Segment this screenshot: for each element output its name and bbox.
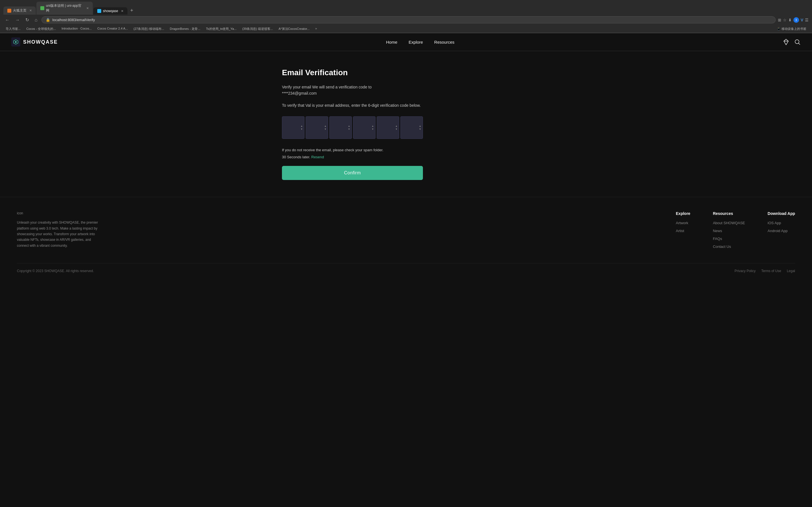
- back-button[interactable]: ←: [3, 17, 11, 23]
- footer: icon Unleash your creativity with SHOWQA…: [0, 197, 812, 281]
- footer-legal[interactable]: Legal: [787, 269, 795, 273]
- tab-close-1[interactable]: ✕: [29, 9, 32, 12]
- profile-badge[interactable]: 3: [794, 17, 799, 23]
- footer-link-news[interactable]: News: [713, 229, 722, 233]
- url-text: localhost:8083/emailVerify: [52, 18, 95, 22]
- spinner-up-6[interactable]: ▲: [418, 125, 422, 128]
- browser-nav: ← → ↻ ⌂ 🔒 localhost:8083/emailVerify ⊞ ☆…: [0, 15, 812, 25]
- spinner-up-3[interactable]: ▲: [347, 125, 351, 128]
- tab-close-2[interactable]: ✕: [86, 6, 89, 10]
- code-input-3-wrapper: ▲ ▼: [329, 116, 352, 139]
- browser-tab-2[interactable]: uni版本说明 | uni-app官网 ✕: [36, 2, 93, 15]
- footer-legal-links: Privacy Policy Terms of Use Legal: [734, 269, 795, 273]
- footer-description: Unleash your creativity with SHOWQASE, t…: [17, 220, 101, 248]
- logo-icon: [11, 38, 20, 47]
- footer-link-contact[interactable]: Contact Us: [713, 244, 731, 249]
- spinner-up-4[interactable]: ▲: [371, 125, 374, 128]
- footer-explore-links: Artwork Artist: [676, 220, 690, 233]
- mobile-bookmark[interactable]: 📱 移动设备上的书签: [774, 26, 809, 32]
- footer-link-about[interactable]: About SHOWQASE: [713, 221, 745, 225]
- code-input-5-wrapper: ▲ ▼: [377, 116, 399, 139]
- tab-close-3[interactable]: ✕: [121, 9, 123, 13]
- search-icon[interactable]: [794, 39, 801, 45]
- header-icons: [783, 39, 801, 45]
- svg-point-1: [15, 41, 17, 43]
- nav-home[interactable]: Home: [386, 40, 397, 45]
- vk-icon[interactable]: V: [801, 18, 803, 22]
- browser-tab-1[interactable]: 火狐主页 ✕: [3, 6, 36, 15]
- diamond-icon[interactable]: [783, 39, 790, 45]
- download-icon[interactable]: ⬇: [788, 18, 792, 22]
- footer-terms[interactable]: Terms of Use: [761, 269, 781, 273]
- spinner-down-1[interactable]: ▼: [300, 128, 303, 131]
- description-text: Verify your email We will send a verific…: [282, 84, 423, 97]
- forward-button[interactable]: →: [13, 17, 21, 23]
- code-input-4-wrapper: ▲ ▼: [353, 116, 375, 139]
- spinner-up-1[interactable]: ▲: [300, 125, 303, 128]
- browser-chrome: 火狐主页 ✕ uni版本说明 | uni-app官网 ✕ showqase ✕ …: [0, 0, 812, 33]
- extensions-icon[interactable]: ⊞: [778, 18, 781, 22]
- footer-brand: icon Unleash your creativity with SHOWQA…: [17, 211, 101, 252]
- footer-resources-col: Resources About SHOWQASE News FAQs Conta…: [713, 211, 745, 252]
- footer-link-android[interactable]: Android App: [768, 229, 788, 233]
- bookmark-3[interactable]: Cocos Creator 2.4 A...: [95, 26, 130, 32]
- app-header: SHOWQASE Home Explore Resources: [0, 33, 812, 51]
- spinner-down-6[interactable]: ▼: [418, 128, 422, 131]
- spinner-down-5[interactable]: ▼: [395, 128, 398, 131]
- footer-link-artist[interactable]: Artist: [676, 229, 684, 233]
- page-title: Email Verification: [282, 68, 423, 77]
- tab-label-2: uni版本说明 | uni-app官网: [46, 3, 84, 13]
- tab-favicon-3: [97, 9, 101, 13]
- browser-tabs: 火狐主页 ✕ uni版本说明 | uni-app官网 ✕ showqase ✕ …: [0, 0, 812, 15]
- resend-line: 30 Seconds later. Resend: [282, 155, 423, 159]
- tab-favicon-2: [40, 6, 44, 10]
- reload-button[interactable]: ↻: [24, 17, 31, 23]
- footer-columns: Explore Artwork Artist Resources About S…: [118, 211, 795, 252]
- bookmark-1[interactable]: Cocos - 全球领先的...: [24, 26, 58, 32]
- bookmark-6[interactable]: Ts的使用_ts使用_Ya...: [204, 26, 239, 32]
- wavy-border: [0, 50, 812, 53]
- bookmark-0[interactable]: 导入书签...: [3, 26, 23, 32]
- address-bar[interactable]: 🔒 localhost:8083/emailVerify: [42, 16, 776, 23]
- footer-resources-title: Resources: [713, 211, 745, 216]
- security-icon: 🔒: [46, 18, 50, 22]
- footer-bottom: Copyright © 2023 SHOWQASE. All rights re…: [17, 263, 795, 273]
- resend-link[interactable]: Resend: [311, 155, 324, 159]
- copyright-text: Copyright © 2023 SHOWQASE. All rights re…: [17, 269, 94, 273]
- bookmark-8[interactable]: A*算法CocosCreator...: [276, 26, 312, 32]
- footer-download-title: Download App: [768, 211, 795, 216]
- code-input-1-wrapper: ▲ ▼: [282, 116, 305, 139]
- nav-resources[interactable]: Resources: [434, 40, 455, 45]
- menu-button[interactable]: ☰: [805, 18, 809, 22]
- confirm-button[interactable]: Confirm: [282, 166, 423, 180]
- new-tab-button[interactable]: +: [128, 6, 136, 15]
- spinner-down-2[interactable]: ▼: [324, 128, 327, 131]
- footer-privacy[interactable]: Privacy Policy: [734, 269, 756, 273]
- bookmark-7[interactable]: (39条消息) 箱逆驳客...: [240, 26, 275, 32]
- spinner-4: ▲ ▼: [371, 125, 374, 131]
- footer-link-faqs[interactable]: FAQs: [713, 237, 722, 241]
- bookmark-2[interactable]: Introduction · Cocos...: [59, 26, 94, 32]
- spinner-down-4[interactable]: ▼: [371, 128, 374, 131]
- spam-notice: If you do not receive the email, please …: [282, 148, 423, 152]
- browser-tab-3[interactable]: showqase ✕: [93, 7, 128, 15]
- bookmark-4[interactable]: (27条消息) 移动端布...: [132, 26, 167, 32]
- home-button[interactable]: ⌂: [33, 17, 39, 23]
- tab-label-1: 火狐主页: [13, 8, 27, 13]
- code-input-2-wrapper: ▲ ▼: [306, 116, 328, 139]
- footer-explore-col: Explore Artwork Artist: [676, 211, 690, 252]
- footer-link-ios[interactable]: iOS App: [768, 221, 781, 225]
- spinner-down-3[interactable]: ▼: [347, 128, 351, 131]
- instruction-text: To verify that Val is your email address…: [282, 102, 423, 108]
- bookmark-5[interactable]: DragonBones - 龙骨...: [167, 26, 202, 32]
- footer-link-artwork[interactable]: Artwork: [676, 221, 688, 225]
- nav-explore[interactable]: Explore: [409, 40, 423, 45]
- spinner-2: ▲ ▼: [324, 125, 327, 131]
- code-input-6-wrapper: ▲ ▼: [400, 116, 423, 139]
- spinner-up-2[interactable]: ▲: [324, 125, 327, 128]
- bookmark-icon[interactable]: ☆: [783, 18, 786, 22]
- spinner-up-5[interactable]: ▲: [395, 125, 398, 128]
- logo-text: SHOWQASE: [23, 39, 58, 45]
- bookmark-more[interactable]: »: [313, 26, 319, 32]
- logo[interactable]: SHOWQASE: [11, 38, 58, 47]
